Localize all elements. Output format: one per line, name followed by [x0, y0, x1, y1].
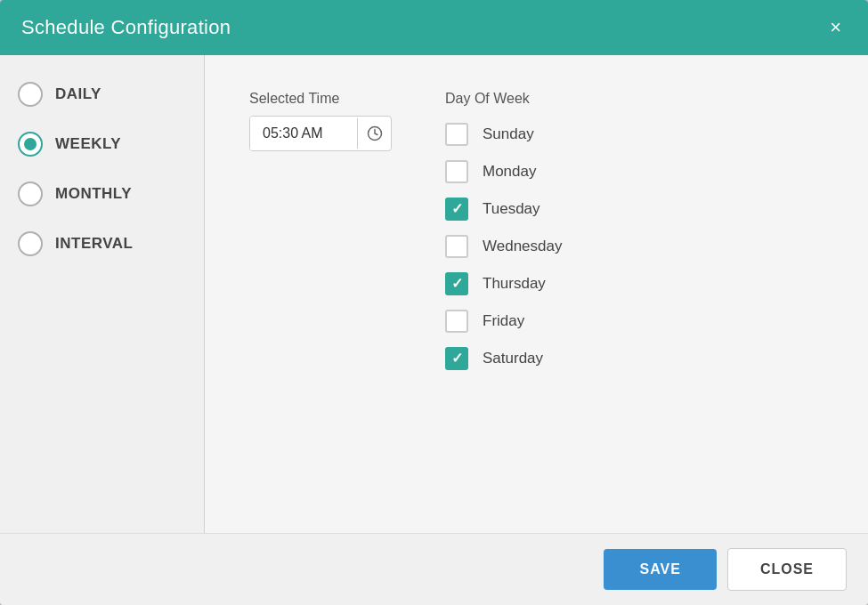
checkbox-tuesday[interactable]	[445, 198, 468, 221]
days-section: Day Of Week Sunday Monday Tuesday	[445, 91, 562, 384]
time-input-wrapper	[249, 116, 392, 151]
radio-interval[interactable]	[18, 231, 43, 256]
checkbox-wednesday[interactable]	[445, 235, 468, 258]
radio-weekly[interactable]	[18, 132, 43, 157]
day-item-friday[interactable]: Friday	[445, 310, 562, 333]
day-item-thursday[interactable]: Thursday	[445, 272, 562, 295]
radio-monthly[interactable]	[18, 182, 43, 206]
weekly-label: WEEKLY	[55, 135, 121, 153]
sidebar-item-interval[interactable]: INTERVAL	[18, 231, 186, 256]
sunday-label: Sunday	[483, 125, 534, 143]
save-button[interactable]: SAVE	[604, 549, 716, 590]
day-item-monday[interactable]: Monday	[445, 160, 562, 183]
dialog-body: DAILY WEEKLY MONTHLY INTERVAL Selected T…	[0, 55, 868, 533]
schedule-configuration-dialog: Schedule Configuration × DAILY WEEKLY MO…	[0, 0, 868, 605]
radio-daily[interactable]	[18, 82, 43, 107]
close-x-button[interactable]: ×	[824, 16, 847, 39]
interval-label: INTERVAL	[55, 235, 133, 253]
sidebar-item-weekly[interactable]: WEEKLY	[18, 132, 186, 157]
sidebar-item-monthly[interactable]: MONTHLY	[18, 182, 186, 206]
close-button[interactable]: CLOSE	[727, 548, 847, 591]
daily-label: DAILY	[55, 85, 101, 103]
time-section: Selected Time	[249, 91, 392, 151]
saturday-label: Saturday	[483, 350, 543, 367]
time-clock-icon-button[interactable]	[357, 118, 392, 149]
day-item-tuesday[interactable]: Tuesday	[445, 198, 562, 221]
thursday-label: Thursday	[483, 275, 546, 293]
dialog-footer: SAVE CLOSE	[0, 533, 868, 605]
two-col-layout: Selected Time Day Of Week	[249, 91, 823, 384]
day-item-sunday[interactable]: Sunday	[445, 123, 562, 146]
days-section-title: Day Of Week	[445, 91, 562, 107]
tuesday-label: Tuesday	[483, 200, 540, 218]
friday-label: Friday	[483, 312, 524, 330]
checkbox-friday[interactable]	[445, 310, 468, 333]
day-item-wednesday[interactable]: Wednesday	[445, 235, 562, 258]
time-input[interactable]	[250, 117, 357, 150]
checkbox-saturday[interactable]	[445, 347, 468, 370]
checkbox-sunday[interactable]	[445, 123, 468, 146]
dialog-header: Schedule Configuration ×	[0, 0, 868, 55]
monday-label: Monday	[483, 163, 536, 181]
day-item-saturday[interactable]: Saturday	[445, 347, 562, 370]
dialog-title: Schedule Configuration	[21, 16, 231, 39]
checkbox-thursday[interactable]	[445, 272, 468, 295]
sidebar-item-daily[interactable]: DAILY	[18, 82, 186, 107]
time-section-label: Selected Time	[249, 91, 392, 107]
checkbox-monday[interactable]	[445, 160, 468, 183]
monthly-label: MONTHLY	[55, 185, 132, 203]
main-content: Selected Time Day Of Week	[205, 55, 868, 533]
wednesday-label: Wednesday	[483, 238, 562, 255]
sidebar: DAILY WEEKLY MONTHLY INTERVAL	[0, 55, 205, 533]
